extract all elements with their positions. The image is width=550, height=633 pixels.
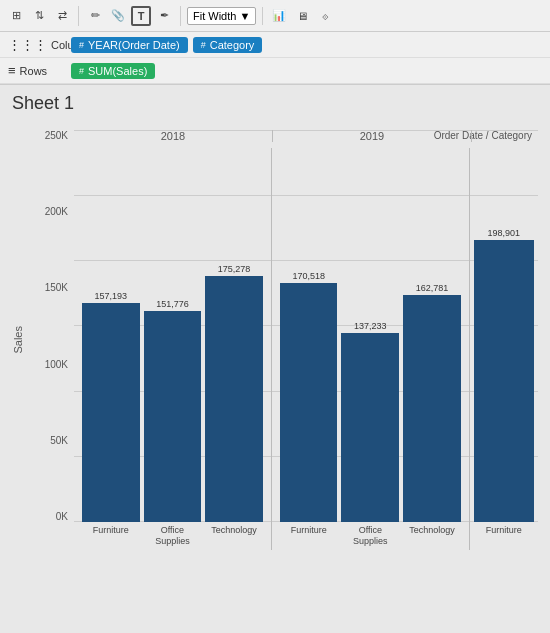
chart-inner: Sales 250K 200K 150K 100K 50K 0K [12,130,538,550]
attachment-icon[interactable]: 📎 [108,6,128,26]
sum-icon: # [79,66,84,76]
chart-wrapper: Order Date / Category Sales 250K 200K 15… [12,130,538,550]
y-axis-title: Sales [12,326,24,354]
x-label-2019-tech: Technology [403,522,461,550]
dropdown-arrow-icon: ▼ [239,10,250,22]
x-label-2019-office: OfficeSupplies [341,522,399,550]
x-label-2020-furniture: Furniture [474,522,534,550]
bar-value-2020-furniture: 198,901 [488,228,521,238]
bar-2020-furniture: 198,901 [474,148,534,522]
fit-width-label: Fit Width [193,10,236,22]
bar-rect-2018-tech[interactable] [205,276,263,522]
x-axis: Furniture OfficeSupplies Technology Furn… [74,522,538,550]
bar-rect-2019-furniture[interactable] [280,283,338,522]
monitor-icon[interactable]: 🖥 [292,6,312,26]
sum-sales-label: SUM(Sales) [88,65,147,77]
bar-value-2018-furniture: 157,193 [95,291,128,301]
bar-2019-tech: 162,781 [403,148,461,522]
bar-2018-tech: 175,278 [205,148,263,522]
year-order-date-pill[interactable]: # YEAR(Order Date) [71,37,188,53]
columns-lines-icon: ⋮⋮⋮ [8,37,47,52]
calendar-icon: # [79,40,84,50]
toolbar-group-format: ✏ 📎 T ✒ [85,6,181,26]
bar-value-2019-tech: 162,781 [416,283,449,293]
year-labels: 2018 2019 [74,130,538,142]
category-pill[interactable]: # Category [193,37,263,53]
pen-icon[interactable]: ✏ [85,6,105,26]
year-group-2019: 170,518 137,233 162,781 [271,148,469,522]
rows-label: ≡ Rows [8,63,63,78]
toolbar-group-charts: 📊 🖥 ⟐ [269,6,341,26]
category-pill-label: Category [210,39,255,51]
edit-icon[interactable]: ✒ [154,6,174,26]
y-axis-title-wrapper: Sales [12,130,32,550]
year-pill-label: YEAR(Order Date) [88,39,180,51]
y-axis: 250K 200K 150K 100K 50K 0K [36,130,74,550]
plot-area: 2018 2019 157,193 151,776 [74,130,538,550]
sort-desc-icon[interactable]: ⇄ [52,6,72,26]
y-tick-50k: 50K [50,435,68,446]
sheet-title: Sheet 1 [12,93,538,114]
bar-rect-2018-furniture[interactable] [82,303,140,522]
year-label-2018: 2018 [74,130,272,142]
toolbar: ⊞ ⇅ ⇄ ✏ 📎 T ✒ Fit Width ▼ 📊 🖥 ⟐ [0,0,550,32]
bar-value-2018-tech: 175,278 [218,264,251,274]
shelf-area: ⋮⋮⋮ Columns # YEAR(Order Date) # Categor… [0,32,550,85]
share-icon[interactable]: ⟐ [315,6,335,26]
bar-rect-2020-furniture[interactable] [474,240,534,522]
bar-2018-office: 151,776 [144,148,202,522]
x-group-2018: Furniture OfficeSupplies Technology [74,522,271,550]
x-label-2019-furniture: Furniture [280,522,338,550]
x-group-2020: Furniture [469,522,538,550]
x-group-2019: Furniture OfficeSupplies Technology [271,522,469,550]
sum-sales-pill[interactable]: # SUM(Sales) [71,63,155,79]
columns-shelf: ⋮⋮⋮ Columns # YEAR(Order Date) # Categor… [0,32,550,58]
columns-pills: # YEAR(Order Date) # Category [71,37,262,53]
fit-width-dropdown[interactable]: Fit Width ▼ [187,7,256,25]
grid-icon[interactable]: ⊞ [6,6,26,26]
bar-rect-2019-office[interactable] [341,333,399,522]
bar-2019-office: 137,233 [341,148,399,522]
toolbar-group-layout: ⊞ ⇅ ⇄ [6,6,79,26]
toolbar-group-view: Fit Width ▼ [187,7,263,25]
x-label-2018-furniture: Furniture [82,522,140,550]
sort-asc-icon[interactable]: ⇅ [29,6,49,26]
y-tick-100k: 100K [45,359,68,370]
chart-container: Sheet 1 Order Date / Category Sales 250K… [0,85,550,550]
bar-2019-furniture: 170,518 [280,148,338,522]
bar-value-2018-office: 151,776 [156,299,189,309]
year-label-partial [471,130,538,142]
bar-2018-furniture: 157,193 [82,148,140,522]
rows-lines-icon: ≡ [8,63,16,78]
bar-value-2019-office: 137,233 [354,321,387,331]
y-tick-0k: 0K [56,511,68,522]
x-label-2018-tech: Technology [205,522,263,550]
rows-pills: # SUM(Sales) [71,63,155,79]
category-icon: # [201,40,206,50]
rows-shelf: ≡ Rows # SUM(Sales) [0,58,550,84]
year-group-2020-partial: 198,901 [469,148,538,522]
y-tick-250k: 250K [45,130,68,141]
bars-area: 157,193 151,776 175,278 [74,148,538,522]
text-icon[interactable]: T [131,6,151,26]
chart-icon[interactable]: 📊 [269,6,289,26]
bar-rect-2018-office[interactable] [144,311,202,522]
year-label-2019: 2019 [272,130,471,142]
x-label-2018-office: OfficeSupplies [144,522,202,550]
bar-rect-2019-tech[interactable] [403,295,461,522]
bar-value-2019-furniture: 170,518 [292,271,325,281]
columns-label: ⋮⋮⋮ Columns [8,37,63,52]
y-tick-200k: 200K [45,206,68,217]
year-group-2018: 157,193 151,776 175,278 [74,148,271,522]
y-tick-150k: 150K [45,282,68,293]
